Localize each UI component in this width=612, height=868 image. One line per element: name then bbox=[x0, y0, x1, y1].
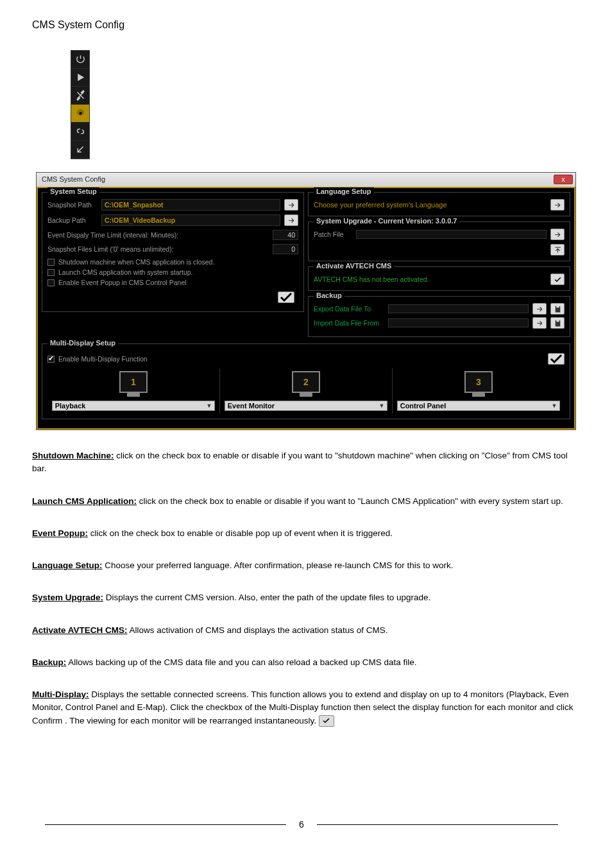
system-setup-fieldset: document.currentScript.parentElement.set… bbox=[42, 192, 304, 312]
multi-display-enable-label: Enable Multi-Display Function bbox=[58, 355, 148, 363]
desc-launch: Launch CMS Application: click on the che… bbox=[32, 495, 580, 508]
patch-file-value[interactable] bbox=[356, 230, 547, 239]
page-number: 6 bbox=[299, 819, 304, 829]
snapshot-browse-button[interactable] bbox=[284, 199, 298, 211]
chevron-down-icon: ▼ bbox=[206, 403, 212, 409]
launch-checkbox[interactable] bbox=[47, 269, 55, 276]
language-browse-button[interactable] bbox=[550, 199, 565, 211]
export-browse-button[interactable] bbox=[532, 303, 547, 315]
launch-label: Launch CMS application with system start… bbox=[58, 268, 193, 276]
close-button[interactable]: x bbox=[554, 175, 573, 184]
chevron-down-icon: ▼ bbox=[378, 403, 384, 409]
monitor-2: 2 Event Monitor ▼ bbox=[220, 369, 393, 413]
monitor-icon-3: 3 bbox=[464, 371, 493, 393]
monitor-icon-1: 1 bbox=[119, 371, 148, 393]
activate-fieldset: document.currentScript.parentElement.set… bbox=[308, 266, 570, 291]
monitor-2-select-value: Event Monitor bbox=[228, 402, 275, 410]
import-browse-button[interactable] bbox=[532, 317, 547, 329]
monitor-3-select[interactable]: Control Panel ▼ bbox=[397, 401, 561, 411]
inline-confirm-icon bbox=[319, 715, 334, 727]
desc-event-popup: Event Popup: click on the check box to e… bbox=[32, 527, 580, 540]
export-value[interactable] bbox=[388, 304, 529, 313]
language-text: Choose your preferred system's Language bbox=[314, 201, 447, 209]
import-value[interactable] bbox=[388, 318, 529, 327]
monitor-3: 3 Control Panel ▼ bbox=[393, 369, 565, 413]
patch-browse-button[interactable] bbox=[550, 229, 565, 240]
backup-path-value: C:\OEM_VideoBackup bbox=[101, 214, 280, 226]
snapshot-path-value: C:\OEM_Snpashot bbox=[101, 199, 280, 211]
upgrade-upload-button[interactable] bbox=[550, 244, 565, 256]
activate-status-text: AVTECH CMS has not been activated. bbox=[314, 275, 429, 283]
snapshot-path-label: Snapshot Path bbox=[47, 201, 98, 209]
desc-upgrade: System Upgrade: Displays the current CMS… bbox=[32, 591, 580, 604]
monitor-3-select-value: Control Panel bbox=[400, 402, 446, 410]
page-header-text: CMS System Config bbox=[32, 19, 580, 31]
desc-activate: Activate AVTECH CMS: Allows activation o… bbox=[32, 624, 580, 637]
event-time-label: Event Dispaly Time Limit (interval: Minu… bbox=[47, 231, 269, 239]
play-icon[interactable] bbox=[71, 69, 89, 87]
system-upgrade-fieldset: document.currentScript.parentElement.set… bbox=[308, 221, 570, 261]
backup-path-label: Backup Path bbox=[47, 216, 98, 224]
import-save-button[interactable] bbox=[550, 317, 565, 329]
desc-language: Language Setup: Choose your preferred la… bbox=[32, 559, 580, 572]
tools-icon[interactable] bbox=[71, 87, 89, 105]
monitor-1: 1 Playback ▼ bbox=[47, 369, 220, 413]
desc-backup: Backup: Allows backing up of the CMS dat… bbox=[32, 656, 580, 669]
monitor-1-select-value: Playback bbox=[55, 402, 86, 410]
system-setup-confirm-button[interactable] bbox=[278, 291, 294, 303]
arrow-down-left-icon[interactable] bbox=[71, 141, 89, 159]
multi-display-confirm-button[interactable] bbox=[548, 353, 565, 365]
files-limit-value[interactable]: 0 bbox=[273, 244, 298, 254]
cms-toolbar bbox=[71, 50, 90, 159]
multi-display-fieldset: document.currentScript.parentElement.set… bbox=[42, 343, 570, 419]
monitor-2-select[interactable]: Event Monitor ▼ bbox=[225, 401, 388, 411]
chevron-down-icon: ▼ bbox=[551, 403, 557, 409]
event-time-value[interactable]: 40 bbox=[273, 230, 298, 240]
multi-display-checkbox[interactable] bbox=[47, 356, 55, 363]
desc-shutdown: Shutdown Machine: click on the check box… bbox=[32, 449, 580, 476]
popup-checkbox[interactable] bbox=[47, 279, 55, 286]
window-titlebar: CMS System Config x bbox=[37, 173, 575, 187]
language-setup-fieldset: document.currentScript.parentElement.set… bbox=[308, 192, 570, 216]
patch-file-label: Patch File bbox=[314, 230, 352, 238]
export-save-button[interactable] bbox=[550, 303, 565, 315]
footer: 6 bbox=[32, 819, 571, 829]
shutdown-checkbox[interactable] bbox=[47, 259, 55, 266]
export-label: Export Data File To bbox=[314, 305, 384, 313]
gear-icon[interactable] bbox=[71, 105, 89, 123]
popup-label: Enable Event Popup in CMS Control Panel bbox=[58, 279, 187, 286]
backup-browse-button[interactable] bbox=[284, 214, 298, 226]
shutdown-label: Shutdown machine when CMS application is… bbox=[58, 258, 214, 266]
files-limit-label: Snapshot Files Limit ('0' means unlimite… bbox=[47, 245, 269, 253]
import-label: Import Data File From bbox=[314, 319, 384, 327]
backup-fieldset: document.currentScript.parentElement.set… bbox=[308, 296, 570, 337]
window-title: CMS System Config bbox=[42, 175, 105, 183]
desc-multi: Multi-Display: Displays the settable con… bbox=[32, 688, 580, 727]
monitor-1-select[interactable]: Playback ▼ bbox=[52, 401, 216, 411]
chain-icon[interactable] bbox=[71, 123, 89, 141]
activate-confirm-button[interactable] bbox=[550, 273, 565, 285]
config-window: CMS System Config x document.currentScri… bbox=[36, 172, 576, 430]
power-icon[interactable] bbox=[71, 51, 89, 69]
monitor-icon-2: 2 bbox=[292, 371, 320, 393]
